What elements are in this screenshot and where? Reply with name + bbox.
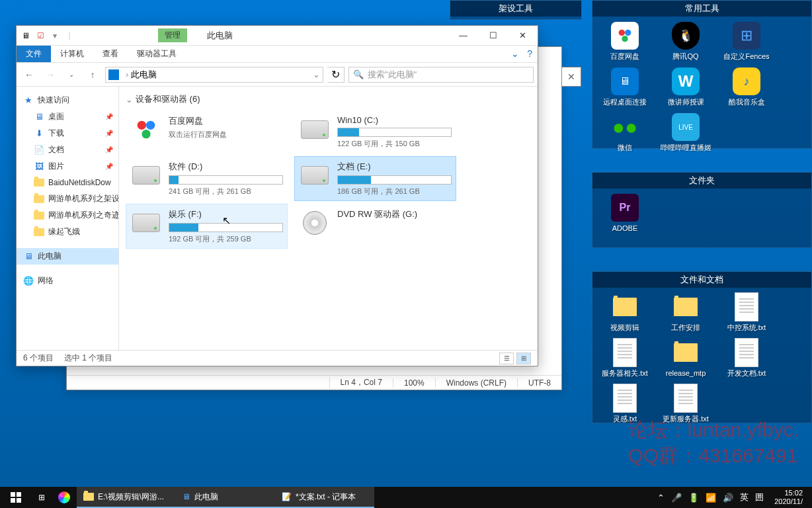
close-button[interactable]: ✕ xyxy=(508,26,538,46)
drive-item[interactable]: 娱乐 (F:) 192 GB 可用，共 259 GB xyxy=(126,204,288,249)
file-server-txt[interactable]: 服务器相关.txt xyxy=(598,339,652,378)
notepad-encoding: UTF-8 xyxy=(517,378,561,388)
title-bar[interactable]: 🖥 ☑ ▾ | 管理 此电脑 — ☐ ✕ xyxy=(17,26,538,46)
breadcrumb-item[interactable]: 此电脑 xyxy=(131,69,157,81)
tab-drive-tools[interactable]: 驱动器工具 xyxy=(128,46,186,62)
taskbar-explorer-1[interactable]: E:\视频剪辑\网游... xyxy=(77,487,176,508)
search-placeholder: 搜索"此电脑" xyxy=(368,69,417,81)
picture-icon: 🖼 xyxy=(34,161,44,172)
maximize-button[interactable]: ☐ xyxy=(478,26,508,46)
drive-item[interactable]: DVD RW 驱动器 (G:) xyxy=(294,204,456,249)
app-weijiangshi[interactable]: W微讲师授课 xyxy=(659,67,713,106)
tray-ime-mode[interactable]: 囲 xyxy=(755,491,764,503)
sidebar-game-folder-1[interactable]: 网游单机系列之架设 xyxy=(17,190,118,207)
app-fences[interactable]: ⊞自定义Fences xyxy=(719,22,774,61)
svg-point-4 xyxy=(146,121,155,130)
back-button[interactable]: ← xyxy=(20,66,38,83)
sidebar-quick-access[interactable]: ★快速访问 xyxy=(17,92,118,108)
notepad-cursor-pos: Ln 4，Col 7 xyxy=(329,377,393,388)
folder-adobe[interactable]: PrADOBE xyxy=(598,194,652,233)
app-wechat[interactable]: ●●微信 xyxy=(598,113,652,152)
refresh-button[interactable]: ↻ xyxy=(327,67,345,83)
tray-battery-icon[interactable]: 🔋 xyxy=(688,493,699,503)
tab-view[interactable]: 查看 xyxy=(93,46,128,62)
sidebar-documents[interactable]: 📄文档📌 xyxy=(17,142,118,158)
folder-video-edit[interactable]: 视频剪辑 xyxy=(598,293,652,332)
chevron-right-icon[interactable]: › xyxy=(126,69,128,79)
content-area[interactable]: ⌄设备和驱动器 (6) 百度网盘 双击运行百度网盘 Win10 (C:) 122… xyxy=(119,87,538,350)
tray-ime-lang[interactable]: 英 xyxy=(740,491,749,503)
group-header[interactable]: ⌄设备和驱动器 (6) xyxy=(126,93,531,105)
fence-title[interactable]: 文件和文档 xyxy=(592,272,811,288)
app-kuwo[interactable]: ♪酷我音乐盒 xyxy=(719,67,774,106)
tray-volume-icon[interactable]: 🔊 xyxy=(723,493,733,503)
fence-title[interactable]: 架设工具 xyxy=(450,1,581,17)
drive-item[interactable]: 文档 (E:) 186 GB 可用，共 261 GB xyxy=(294,156,456,201)
drive-usage-bar xyxy=(337,175,452,185)
sidebar-pictures[interactable]: 🖼图片📌 xyxy=(17,158,118,175)
minimize-button[interactable]: — xyxy=(448,26,478,46)
folder-work-schedule[interactable]: 工作安排 xyxy=(659,293,713,332)
tab-file[interactable]: 文件 xyxy=(17,46,51,62)
search-input[interactable]: 🔍 搜索"此电脑" xyxy=(348,67,534,83)
file-update-server-txt[interactable]: 更新服务器.txt xyxy=(659,384,713,423)
sidebar-this-pc[interactable]: 🖥此电脑 xyxy=(17,248,118,265)
sidebar-desktop[interactable]: 🖥桌面📌 xyxy=(17,108,118,125)
fence-title[interactable]: 文件夹 xyxy=(592,173,811,189)
recent-dropdown[interactable]: ⌄ xyxy=(63,66,80,83)
folder-release-mtp[interactable]: release_mtp xyxy=(659,339,713,378)
tiles-view-button[interactable]: ⊞ xyxy=(516,353,531,364)
sidebar-game-folder-2[interactable]: 网游单机系列之奇迹 xyxy=(17,207,118,224)
start-button[interactable] xyxy=(0,487,32,508)
pin-icon: 📌 xyxy=(105,163,113,170)
taskbar-app-browser[interactable] xyxy=(52,487,77,508)
file-zhongkong-txt[interactable]: 中控系统.txt xyxy=(719,293,774,332)
drive-item[interactable]: 百度网盘 双击运行百度网盘 xyxy=(126,110,288,153)
qat-separator: | xyxy=(63,29,76,42)
drive-free-space: 双击运行百度网盘 xyxy=(169,130,283,140)
notepad-close-peek[interactable]: ✕ xyxy=(561,67,581,87)
sidebar: ★快速访问 🖥桌面📌 ⬇下载📌 📄文档📌 🖼图片📌 BaiduNetdiskDo… xyxy=(17,87,119,350)
sidebar-baidu-folder[interactable]: BaiduNetdiskDow xyxy=(17,175,118,190)
tray-chevron-up-icon[interactable]: ⌃ xyxy=(657,493,665,503)
task-view-button[interactable]: ⊞ xyxy=(32,487,52,508)
up-button[interactable]: ↑ xyxy=(84,66,101,83)
app-bilibili-live[interactable]: LIVE哔哩哔哩直播姬 xyxy=(659,113,713,152)
svg-rect-7 xyxy=(17,492,21,497)
drive-item[interactable]: Win10 (C:) 122 GB 可用，共 150 GB xyxy=(294,110,456,153)
pc-icon: 🖥 xyxy=(19,29,32,42)
drive-item[interactable]: 软件 (D:) 241 GB 可用，共 261 GB xyxy=(126,156,288,201)
quick-access-toolbar: 🖥 ☑ ▾ | xyxy=(17,29,79,42)
taskbar-notepad[interactable]: 📝*文案.txt - 记事本 xyxy=(275,487,374,508)
app-baidu-netdisk[interactable]: 百度网盘 xyxy=(598,22,652,61)
tray-mic-icon[interactable]: 🎤 xyxy=(671,493,682,503)
chevron-down-icon[interactable]: ⌄ xyxy=(126,95,133,105)
tab-computer[interactable]: 计算机 xyxy=(51,46,93,62)
app-qq[interactable]: 🐧腾讯QQ xyxy=(659,22,713,61)
forward-button[interactable]: → xyxy=(42,66,59,83)
sidebar-network[interactable]: 🌐网络 xyxy=(17,273,118,289)
file-dev-doc-txt[interactable]: 开发文档.txt xyxy=(719,339,774,378)
sidebar-yuan-folder[interactable]: 缘起飞娥 xyxy=(17,224,118,240)
file-linggan-txt[interactable]: 灵感.txt xyxy=(598,384,652,423)
selection-count: 选中 1 个项目 xyxy=(64,353,112,364)
address-bar[interactable]: › 此电脑 ⌄ xyxy=(105,67,323,83)
taskbar-explorer-2[interactable]: 🖥此电脑 xyxy=(176,487,275,508)
fence-title[interactable]: 常用工具 xyxy=(592,1,811,17)
ribbon-context-tab[interactable]: 管理 xyxy=(158,28,187,42)
help-icon[interactable]: ? xyxy=(527,48,532,59)
address-dropdown-icon[interactable]: ⌄ xyxy=(313,69,320,79)
drive-icon xyxy=(130,163,162,187)
details-view-button[interactable]: ☰ xyxy=(499,353,514,364)
taskbar-clock[interactable]: 15:02 2020/11/ xyxy=(770,489,807,506)
qat-dropdown-icon[interactable]: ▾ xyxy=(48,29,61,42)
sidebar-downloads[interactable]: ⬇下载📌 xyxy=(17,125,118,142)
folder-icon xyxy=(34,194,44,204)
explorer-window: 🖥 ☑ ▾ | 管理 此电脑 — ☐ ✕ 文件 计算机 查看 驱动器工具 ⌄ ?… xyxy=(16,25,538,366)
properties-icon[interactable]: ☑ xyxy=(34,29,47,42)
nav-bar: ← → ⌄ ↑ › 此电脑 ⌄ ↻ 🔍 搜索"此电脑" xyxy=(17,63,538,87)
app-rdp[interactable]: 🖥远程桌面连接 xyxy=(598,67,652,106)
svg-rect-9 xyxy=(17,498,21,503)
help-icon[interactable]: ⌄ xyxy=(511,48,519,59)
tray-network-icon[interactable]: 📶 xyxy=(706,493,716,503)
